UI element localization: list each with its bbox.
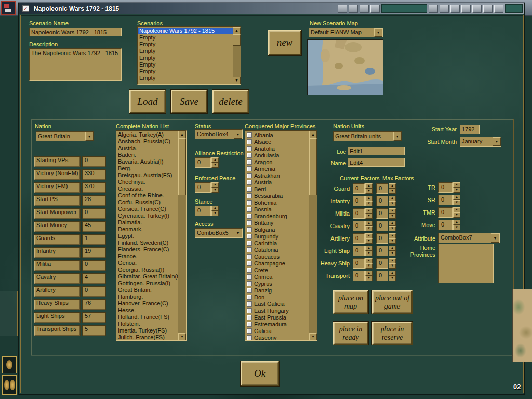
- nation-list-item[interactable]: Austria.: [117, 145, 178, 152]
- province-item[interactable]: Anatolia: [246, 145, 309, 152]
- stat-value[interactable]: 370: [82, 182, 106, 193]
- spin-down-icon[interactable]: ▼: [365, 226, 373, 231]
- scenario-list-item[interactable]: Empty: [138, 41, 233, 48]
- stance-value[interactable]: 0: [195, 206, 211, 216]
- scroll-up-icon[interactable]: ▲: [178, 131, 186, 138]
- save-button[interactable]: Save: [171, 90, 207, 113]
- province-checkbox[interactable]: [247, 200, 252, 205]
- spin-down-icon[interactable]: ▼: [211, 163, 219, 168]
- nation-list-item[interactable]: Hamburg.: [117, 294, 178, 300]
- spin-down-icon[interactable]: ▼: [453, 212, 460, 218]
- province-item[interactable]: Brandenburg: [246, 212, 309, 219]
- scroll-up-icon[interactable]: ▲: [309, 131, 317, 138]
- nation-list-item[interactable]: Ansbach. Prussia(C): [117, 138, 178, 145]
- nation-list-item[interactable]: Berg.: [117, 165, 178, 172]
- nation-list-item[interactable]: Imertia. Turkey(FS): [117, 327, 178, 334]
- scenario-list-item[interactable]: Napoleonic Wars 1792 - 1815: [138, 28, 233, 34]
- nation-list-item[interactable]: Baden.: [117, 152, 178, 158]
- province-item[interactable]: Alsace: [246, 138, 309, 145]
- nation-list-item[interactable]: Hanover. France(C): [117, 300, 178, 307]
- chevron-down-icon[interactable]: ▼: [493, 137, 501, 146]
- province-checkbox[interactable]: [247, 268, 252, 273]
- spin-down-icon[interactable]: ▼: [211, 211, 219, 216]
- max-factor-value[interactable]: 0: [376, 271, 388, 281]
- scenario-list-item[interactable]: Empty: [138, 68, 233, 75]
- place-in-ready-button[interactable]: place in ready: [333, 322, 368, 345]
- province-item[interactable]: Don: [246, 294, 309, 300]
- current-factor-value[interactable]: 0: [353, 183, 365, 194]
- scroll-down-icon[interactable]: ▼: [309, 333, 317, 340]
- province-item[interactable]: Gascony: [246, 334, 309, 340]
- province-item[interactable]: Austria: [246, 179, 309, 185]
- home-provinces-listbox[interactable]: [438, 244, 494, 283]
- province-item[interactable]: East Galicia: [246, 300, 309, 307]
- spin-up-icon[interactable]: ▲: [389, 258, 396, 263]
- stat-value[interactable]: 57: [82, 312, 106, 323]
- status-dropdown[interactable]: ComboBox4 ▼: [195, 129, 243, 139]
- province-item[interactable]: Caucacus: [246, 253, 309, 260]
- nation-list-item[interactable]: Georgia. Russia(I): [117, 267, 178, 273]
- spin-up-icon[interactable]: ▲: [365, 183, 373, 189]
- province-item[interactable]: Bohemia: [246, 199, 309, 206]
- nation-list-item[interactable]: Flanders. France(C): [117, 246, 178, 253]
- load-button[interactable]: Load: [129, 90, 166, 113]
- spin-up-icon[interactable]: ▲: [365, 208, 373, 214]
- nation-dropdown[interactable]: Great Britain ▼: [36, 131, 94, 141]
- province-item[interactable]: Champagne: [246, 260, 309, 267]
- province-checkbox[interactable]: [247, 153, 252, 158]
- nation-list-item[interactable]: Bavaria. Austria(I): [117, 158, 178, 165]
- province-checkbox[interactable]: [247, 166, 252, 171]
- province-checkbox[interactable]: [247, 139, 252, 144]
- nation-list-item[interactable]: Circassia.: [117, 185, 178, 192]
- nation-list-item[interactable]: Gibraltar. Great Britain(C: [117, 273, 178, 280]
- province-item[interactable]: Cyprus: [246, 280, 309, 287]
- ok-button[interactable]: Ok: [241, 361, 279, 386]
- province-item[interactable]: Crete: [246, 267, 309, 273]
- province-checkbox[interactable]: [247, 301, 252, 307]
- province-item[interactable]: Crimea: [246, 273, 309, 280]
- max-factor-value[interactable]: 0: [376, 208, 388, 219]
- spin-up-icon[interactable]: ▲: [453, 220, 460, 225]
- province-item[interactable]: Bessarabia: [246, 192, 309, 199]
- province-checkbox[interactable]: [247, 132, 252, 138]
- delete-button[interactable]: delete: [212, 90, 249, 113]
- province-item[interactable]: Berri: [246, 185, 309, 192]
- chevron-down-icon[interactable]: ▼: [374, 28, 382, 37]
- max-factor-value[interactable]: 0: [376, 221, 388, 231]
- spin-down-icon[interactable]: ▼: [365, 263, 373, 269]
- province-checkbox[interactable]: [247, 234, 252, 239]
- alliance-restriction-value[interactable]: 0: [195, 157, 211, 168]
- nation-list-item[interactable]: Algeria. Turkey(A): [117, 131, 178, 138]
- province-item[interactable]: Estremadura: [246, 321, 309, 327]
- stat-value[interactable]: 5: [82, 325, 106, 336]
- province-checkbox[interactable]: [247, 274, 252, 280]
- spin-down-icon[interactable]: ▼: [389, 189, 396, 194]
- max-factor-value[interactable]: 0: [376, 246, 388, 256]
- province-item[interactable]: Aragon: [246, 158, 309, 165]
- nation-list-item[interactable]: Genoa.: [117, 260, 178, 267]
- chevron-down-icon[interactable]: ▼: [234, 130, 242, 139]
- loc-input[interactable]: [348, 147, 405, 155]
- spin-up-icon[interactable]: ▲: [453, 207, 460, 212]
- province-checkbox[interactable]: [247, 328, 252, 334]
- spin-up-icon[interactable]: ▲: [211, 182, 219, 188]
- scroll-down-icon[interactable]: ▼: [233, 77, 241, 84]
- province-checkbox[interactable]: [247, 187, 252, 192]
- province-item[interactable]: Brittany: [246, 219, 309, 226]
- spin-up-icon[interactable]: ▲: [453, 182, 460, 188]
- province-checkbox[interactable]: [247, 241, 252, 246]
- scrollbar-track[interactable]: [233, 34, 241, 77]
- spin-up-icon[interactable]: ▲: [389, 271, 396, 276]
- scroll-down-icon[interactable]: ▼: [178, 333, 186, 340]
- stat-value[interactable]: 330: [82, 169, 106, 180]
- stat-value[interactable]: 1: [82, 234, 106, 245]
- province-item[interactable]: Albania: [246, 131, 309, 138]
- province-checkbox[interactable]: [247, 173, 252, 178]
- current-factor-value[interactable]: 0: [353, 258, 365, 269]
- nation-list-item[interactable]: Finland. Sweden(C): [117, 240, 178, 246]
- description-input[interactable]: The Napoleonic Wars 1792 - 1815: [29, 48, 122, 81]
- province-item[interactable]: Bosnia: [246, 206, 309, 212]
- scenario-list-item[interactable]: Empty: [138, 55, 233, 61]
- province-checkbox[interactable]: [247, 146, 252, 151]
- nation-list-item[interactable]: Gottingen. Prussia(I): [117, 280, 178, 287]
